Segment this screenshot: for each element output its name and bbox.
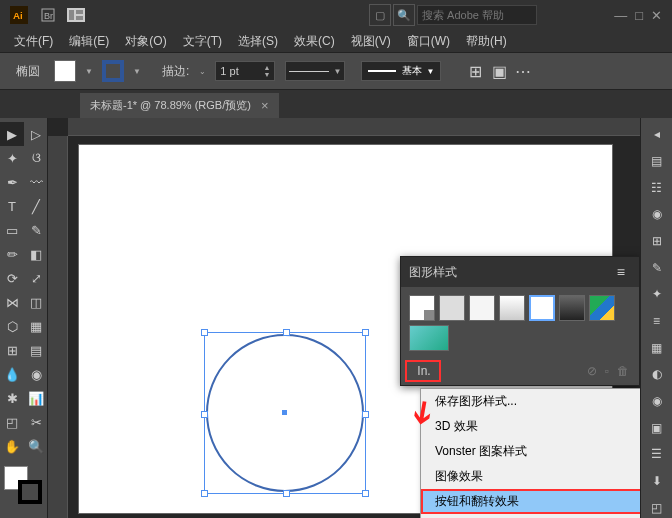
menu-edit[interactable]: 编辑(E): [61, 31, 117, 52]
handle-ml[interactable]: [201, 411, 208, 418]
canvas[interactable]: 图形样式 ≡ In. ⊘ ▫ 🗑 ➔: [48, 118, 640, 518]
rotate-tool[interactable]: ⟳: [0, 266, 24, 290]
direct-selection-tool[interactable]: ▷: [24, 122, 48, 146]
blend-tool[interactable]: ◉: [24, 362, 48, 386]
perspective-tool[interactable]: ▦: [24, 314, 48, 338]
style-swatch-selected[interactable]: [529, 295, 555, 321]
libraries-icon[interactable]: ☷: [646, 177, 668, 198]
vertical-ruler[interactable]: [48, 136, 68, 518]
layers-icon[interactable]: ☰: [646, 444, 668, 465]
width-tool[interactable]: ⋈: [0, 290, 24, 314]
stroke-color[interactable]: [18, 480, 42, 504]
menu-select[interactable]: 选择(S): [230, 31, 286, 52]
color-icon[interactable]: ◉: [646, 204, 668, 225]
menu-image-fx[interactable]: 图像效果: [421, 464, 640, 489]
handle-tl[interactable]: [201, 329, 208, 336]
handle-tc[interactable]: [283, 329, 290, 336]
hand-tool[interactable]: ✋: [0, 434, 24, 458]
symbols-icon[interactable]: ✦: [646, 284, 668, 305]
menu-save-style[interactable]: 保存图形样式...: [421, 389, 640, 414]
bridge-icon[interactable]: Br: [35, 2, 61, 28]
menu-view[interactable]: 视图(V): [343, 31, 399, 52]
pen-tool[interactable]: ✒: [0, 170, 24, 194]
color-controls[interactable]: [0, 462, 48, 512]
menu-3d[interactable]: 3D 效果: [421, 414, 640, 439]
line-tool[interactable]: ╱: [24, 194, 48, 218]
zoom-tool[interactable]: 🔍: [24, 434, 48, 458]
scale-tool[interactable]: ⤢: [24, 266, 48, 290]
style-swatch[interactable]: [409, 295, 435, 321]
style-swatch[interactable]: [559, 295, 585, 321]
menu-object[interactable]: 对象(O): [117, 31, 174, 52]
rectangle-tool[interactable]: ▭: [0, 218, 24, 242]
document-tab[interactable]: 未标题-1* @ 78.89% (RGB/预览) ×: [80, 93, 279, 118]
opacity-icon[interactable]: ⊞: [465, 61, 485, 81]
slice-tool[interactable]: ✂: [24, 410, 48, 434]
menu-help[interactable]: 帮助(H): [458, 31, 515, 52]
shape-builder-tool[interactable]: ⬡: [0, 314, 24, 338]
cloud-icon[interactable]: ▢: [369, 4, 391, 26]
stroke-link[interactable]: ⌄: [193, 60, 211, 82]
stroke-weight-input[interactable]: 1 pt▲▼: [215, 61, 275, 81]
magic-wand-tool[interactable]: ✦: [0, 146, 24, 170]
selection-tool[interactable]: ▶: [0, 122, 24, 146]
menu-effect[interactable]: 效果(C): [286, 31, 343, 52]
search-input[interactable]: 搜索 Adobe 帮助: [417, 5, 537, 25]
fill-swatch[interactable]: [54, 60, 76, 82]
break-link-icon[interactable]: ⊘: [587, 364, 597, 378]
library-menu-button[interactable]: In.: [405, 360, 441, 382]
brush-definition[interactable]: 基本▼: [361, 61, 441, 81]
brushes-icon[interactable]: ✎: [646, 257, 668, 278]
style-swatch[interactable]: [439, 295, 465, 321]
menu-text-fx[interactable]: 文字效果: [421, 514, 640, 518]
style-swatch[interactable]: [499, 295, 525, 321]
delete-icon[interactable]: 🗑: [617, 364, 629, 378]
menu-window[interactable]: 窗口(W): [399, 31, 458, 52]
menu-vonster[interactable]: Vonster 图案样式: [421, 439, 640, 464]
minimize-button[interactable]: —: [614, 8, 627, 23]
eraser-tool[interactable]: ◧: [24, 242, 48, 266]
new-style-icon[interactable]: ▫: [605, 364, 609, 378]
handle-bc[interactable]: [283, 490, 290, 497]
lasso-tool[interactable]: ଓ: [24, 146, 48, 170]
handle-br[interactable]: [362, 490, 369, 497]
free-transform-tool[interactable]: ◫: [24, 290, 48, 314]
gradient-tool[interactable]: ▤: [24, 338, 48, 362]
style-swatch[interactable]: [409, 325, 449, 351]
properties-icon[interactable]: ▤: [646, 151, 668, 172]
type-tool[interactable]: T: [0, 194, 24, 218]
panel-menu-icon[interactable]: ≡: [611, 262, 631, 282]
tab-close-button[interactable]: ×: [261, 98, 269, 113]
stroke-profile[interactable]: ▼: [285, 61, 345, 81]
swatches-icon[interactable]: ⊞: [646, 231, 668, 252]
horizontal-ruler[interactable]: [68, 118, 640, 136]
symbol-tool[interactable]: ✱: [0, 386, 24, 410]
stockphoto-icon[interactable]: [63, 2, 89, 28]
asset-export-icon[interactable]: ⬇: [646, 471, 668, 492]
artboard-tool[interactable]: ◰: [0, 410, 24, 434]
maximize-button[interactable]: □: [635, 8, 643, 23]
style-swatch[interactable]: [469, 295, 495, 321]
search-icon[interactable]: 🔍: [393, 4, 415, 26]
handle-mr[interactable]: [362, 411, 369, 418]
expand-icon[interactable]: ◂: [646, 124, 668, 145]
mesh-tool[interactable]: ⊞: [0, 338, 24, 362]
close-button[interactable]: ✕: [651, 8, 662, 23]
more-icon[interactable]: ⋯: [513, 61, 533, 81]
shaper-tool[interactable]: ✏: [0, 242, 24, 266]
curvature-tool[interactable]: 〰: [24, 170, 48, 194]
stroke-icon[interactable]: ≡: [646, 311, 668, 332]
artboards-icon[interactable]: ◰: [646, 497, 668, 518]
gradient-icon[interactable]: ▦: [646, 337, 668, 358]
stroke-dropdown[interactable]: ▼: [128, 60, 146, 82]
menu-file[interactable]: 文件(F): [6, 31, 61, 52]
appearance-icon[interactable]: ◉: [646, 391, 668, 412]
graph-tool[interactable]: 📊: [24, 386, 48, 410]
menu-button-rollover[interactable]: 按钮和翻转效果: [421, 489, 640, 514]
style-swatch[interactable]: [589, 295, 615, 321]
transparency-icon[interactable]: ◐: [646, 364, 668, 385]
stroke-swatch[interactable]: [102, 60, 124, 82]
eyedropper-tool[interactable]: 💧: [0, 362, 24, 386]
menu-type[interactable]: 文字(T): [175, 31, 230, 52]
style-icon[interactable]: ▣: [489, 61, 509, 81]
